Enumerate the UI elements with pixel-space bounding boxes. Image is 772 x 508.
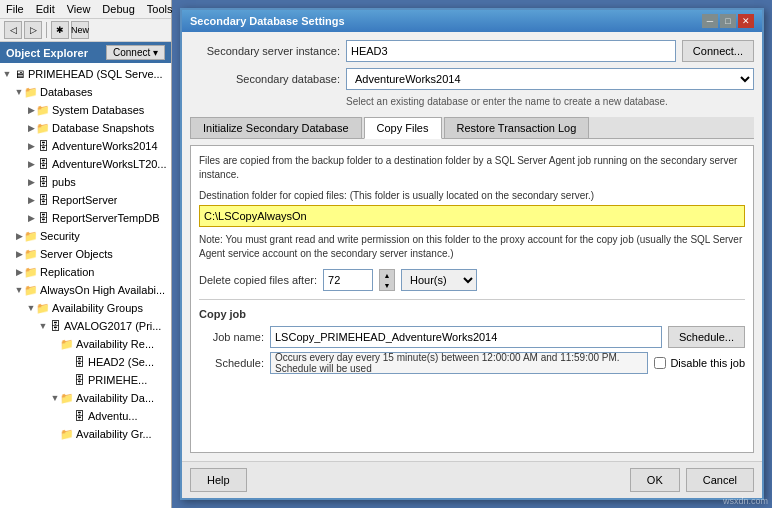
spinner-down[interactable]: ▼: [380, 280, 394, 290]
job-name-label: Job name:: [199, 331, 264, 343]
expand-icon[interactable]: [62, 375, 72, 385]
cancel-button[interactable]: Cancel: [686, 468, 754, 492]
expand-icon[interactable]: ▶: [14, 231, 24, 241]
ok-cancel-group: OK Cancel: [630, 468, 754, 492]
minimize-button[interactable]: ─: [702, 14, 718, 28]
tree-item[interactable]: ▶📁Database Snapshots: [0, 119, 171, 137]
tree-item[interactable]: ▼📁Availability Groups: [0, 299, 171, 317]
disable-checkbox[interactable]: [654, 357, 666, 369]
expand-icon[interactable]: [50, 339, 60, 349]
tree-item[interactable]: ▶📁Replication: [0, 263, 171, 281]
menu-file[interactable]: File: [4, 2, 26, 16]
job-name-input[interactable]: [270, 326, 662, 348]
folder-icon: 📁: [24, 229, 38, 243]
watermark: wsxdn.com: [723, 496, 768, 506]
expand-icon[interactable]: ▼: [26, 303, 36, 313]
toolbar-btn-1[interactable]: ◁: [4, 21, 22, 39]
schedule-row: Schedule: Occurs every day every 15 minu…: [199, 352, 745, 374]
tree-item[interactable]: ▶📁System Databases: [0, 101, 171, 119]
folder-icon: 📁: [24, 283, 38, 297]
tree-item[interactable]: 🗄PRIMEHE...: [0, 371, 171, 389]
tree-item-label: AdventureWorksLT20...: [52, 158, 167, 170]
maximize-button[interactable]: □: [720, 14, 736, 28]
tree-item[interactable]: ▶📁Security: [0, 227, 171, 245]
expand-icon[interactable]: ▶: [26, 177, 36, 187]
db-icon: 🗄: [72, 355, 86, 369]
tree-item-label: Databases: [40, 86, 93, 98]
spinner-up[interactable]: ▲: [380, 270, 394, 280]
expand-icon[interactable]: ▶: [26, 105, 36, 115]
tree-item[interactable]: ▼📁Databases: [0, 83, 171, 101]
expand-icon[interactable]: [62, 411, 72, 421]
job-name-row: Job name: Schedule...: [199, 326, 745, 348]
expand-icon[interactable]: ▶: [26, 195, 36, 205]
help-button[interactable]: Help: [190, 468, 247, 492]
toolbar-sep: [46, 22, 47, 38]
toolbar-btn-2[interactable]: ▷: [24, 21, 42, 39]
tree-item[interactable]: 🗄HEAD2 (Se...: [0, 353, 171, 371]
server-instance-input[interactable]: [346, 40, 676, 62]
expand-icon[interactable]: ▼: [38, 321, 48, 331]
tree-item-label: ReportServerTempDB: [52, 212, 160, 224]
menu-edit[interactable]: Edit: [34, 2, 57, 16]
database-select[interactable]: AdventureWorks2014: [346, 68, 754, 90]
expand-icon[interactable]: ▼: [50, 393, 60, 403]
menu-tools[interactable]: Tools: [145, 2, 175, 16]
db-icon: 🗄: [72, 409, 86, 423]
disable-label: Disable this job: [670, 357, 745, 369]
tree-item-label: AlwaysOn High Availabi...: [40, 284, 165, 296]
delete-value-input[interactable]: [323, 269, 373, 291]
expand-icon[interactable]: ▼: [14, 285, 24, 295]
expand-icon[interactable]: ▼: [14, 87, 24, 97]
toolbar: ◁ ▷ ✱ New: [0, 19, 171, 42]
tab-bar: Initialize Secondary DatabaseCopy FilesR…: [190, 117, 754, 139]
expand-icon[interactable]: ▶: [26, 159, 36, 169]
expand-icon[interactable]: ▶: [14, 267, 24, 277]
menu-debug[interactable]: Debug: [100, 2, 136, 16]
unit-select[interactable]: Minute(s)Hour(s)Day(s): [401, 269, 477, 291]
expand-icon[interactable]: ▶: [26, 141, 36, 151]
tree-item[interactable]: 🗄Adventu...: [0, 407, 171, 425]
tree-item[interactable]: ▼📁Availability Da...: [0, 389, 171, 407]
expand-icon[interactable]: ▶: [26, 123, 36, 133]
tree-item[interactable]: 📁Availability Re...: [0, 335, 171, 353]
tab-2[interactable]: Restore Transaction Log: [444, 117, 590, 138]
expand-icon[interactable]: ▶: [26, 213, 36, 223]
expand-icon[interactable]: [62, 357, 72, 367]
tree-item[interactable]: ▼🗄AVALOG2017 (Pri...: [0, 317, 171, 335]
ok-button[interactable]: OK: [630, 468, 680, 492]
tree-item[interactable]: ▶📁Server Objects: [0, 245, 171, 263]
toolbar-btn-3[interactable]: ✱: [51, 21, 69, 39]
tree-item[interactable]: ▶🗄AdventureWorks2014: [0, 137, 171, 155]
tree-item-label: pubs: [52, 176, 76, 188]
tree-item[interactable]: ▶🗄ReportServerTempDB: [0, 209, 171, 227]
tree[interactable]: ▼🖥PRIMEHEAD (SQL Serve...▼📁Databases▶📁Sy…: [0, 63, 171, 508]
tree-item[interactable]: ▼🖥PRIMEHEAD (SQL Serve...: [0, 65, 171, 83]
expand-icon[interactable]: ▶: [14, 249, 24, 259]
expand-icon[interactable]: [50, 429, 60, 439]
tab-1[interactable]: Copy Files: [364, 117, 442, 139]
tree-item[interactable]: ▶🗄pubs: [0, 173, 171, 191]
tree-item-label: ReportServer: [52, 194, 117, 206]
connect-dialog-button[interactable]: Connect...: [682, 40, 754, 62]
tree-item-label: Security: [40, 230, 80, 242]
toolbar-btn-new[interactable]: New: [71, 21, 89, 39]
folder-icon: 📁: [60, 391, 74, 405]
secondary-database-dialog: Secondary Database Settings ─ □ ✕ Second…: [180, 8, 764, 500]
tree-item[interactable]: ▼📁AlwaysOn High Availabi...: [0, 281, 171, 299]
schedule-button[interactable]: Schedule...: [668, 326, 745, 348]
expand-icon[interactable]: ▼: [2, 69, 12, 79]
db-icon: 🗄: [36, 139, 50, 153]
tree-item[interactable]: ▶🗄AdventureWorksLT20...: [0, 155, 171, 173]
tree-item[interactable]: 📁Availability Gr...: [0, 425, 171, 443]
dest-folder-input[interactable]: [199, 205, 745, 227]
copy-files-info: Files are copied from the backup folder …: [199, 154, 745, 182]
close-button[interactable]: ✕: [738, 14, 754, 28]
tab-0[interactable]: Initialize Secondary Database: [190, 117, 362, 138]
database-label: Secondary database:: [190, 73, 340, 85]
tree-item[interactable]: ▶🗄ReportServer: [0, 191, 171, 209]
copy-job-section: Copy job Job name: Schedule... Schedule:…: [199, 299, 745, 374]
connect-button[interactable]: Connect ▾: [106, 45, 165, 60]
tree-item-label: Replication: [40, 266, 94, 278]
menu-view[interactable]: View: [65, 2, 93, 16]
